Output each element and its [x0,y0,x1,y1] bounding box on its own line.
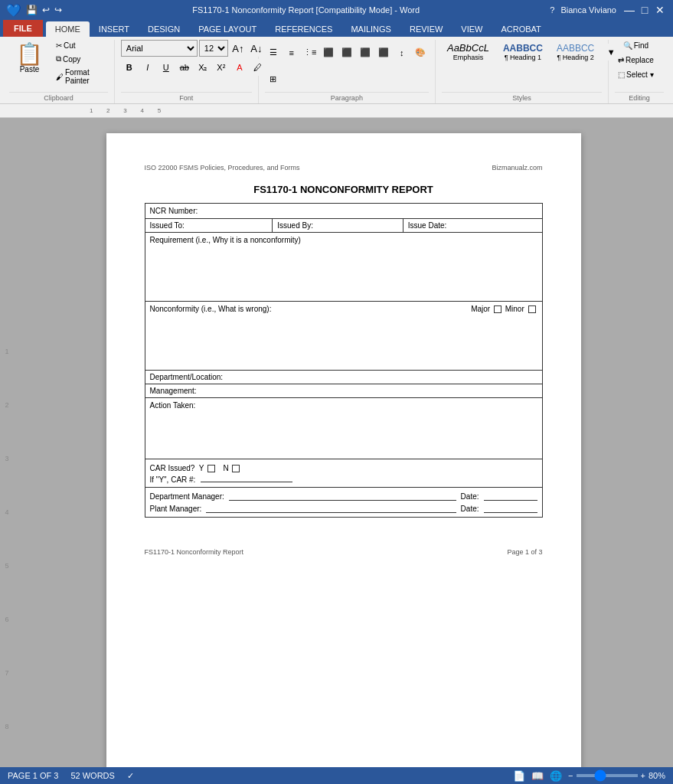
car-number-field[interactable] [201,482,292,482]
select-icon: ⬚ [618,70,625,79]
font-name-select[interactable]: Arial [121,40,198,57]
select-button[interactable]: ⬚ Select ▾ [615,69,657,80]
requirement-cell: Requirement (i.e., Why it is a nonconfor… [145,233,542,302]
quick-access-save[interactable]: 💾 [26,5,38,15]
read-view-button[interactable]: 📖 [531,770,544,782]
style-heading2[interactable]: AABBCC ¶ Heading 2 [551,41,599,64]
help-button[interactable]: ? [550,5,554,15]
editing-section: 🔍 Find ⇄ Replace ⬚ Select ▾ Editing [609,40,670,103]
text-color-button[interactable]: A [231,59,248,76]
print-view-button[interactable]: 📄 [513,770,525,782]
major-label: Major [471,305,490,313]
tab-design[interactable]: DESIGN [139,21,189,37]
date1-label: Date: [461,492,479,501]
underline-button[interactable]: U [158,59,175,76]
tab-references[interactable]: REFERENCES [266,21,341,37]
shading-button[interactable]: 🎨 [412,44,429,61]
dept-row: Department/Location: [145,371,542,384]
align-center-button[interactable]: ⬛ [338,44,355,61]
minor-label: Minor [505,305,524,313]
superscript-button[interactable]: X² [213,59,230,76]
clipboard-section: 📋 Paste ✂ Cut ⧉ Copy 🖌 Format Painter Cl… [3,40,115,103]
date1-field[interactable] [484,492,537,501]
subscript-button[interactable]: X₂ [194,59,211,76]
zoom-slider[interactable] [577,774,638,777]
font-row2: B I U ab X₂ X² A 🖊 [121,59,266,76]
status-bar: PAGE 1 OF 3 52 WORDS ✓ 📄 📖 🌐 − + 80% [0,767,673,784]
font-size-select[interactable]: 12 [199,40,228,57]
style-heading1[interactable]: AABBCC ¶ Heading 1 [498,41,548,64]
main-area: 1 2 3 4 5 6 7 8 ISO 22000 FSMS Policies,… [0,118,673,767]
multilevel-list-button[interactable]: ⋮≡ [302,44,319,61]
style-heading2-label: ¶ Heading 2 [557,54,593,61]
borders-button[interactable]: ⊞ [265,71,282,88]
numbered-list-button[interactable]: ≡ [283,44,300,61]
strikethrough-button[interactable]: ab [176,59,193,76]
margin-6: 6 [0,616,14,623]
car-n-checkbox[interactable] [232,465,240,472]
zoom-in-button[interactable]: + [641,771,645,780]
quick-access-redo[interactable]: ↪ [54,5,62,15]
paste-button[interactable]: 📋 Paste [9,40,50,77]
copy-button[interactable]: ⧉ Copy [53,53,108,65]
style-emphasis[interactable]: AaBbCcL Emphasis [442,40,495,64]
issued-by-cell: Issued By: [273,219,403,233]
tab-file[interactable]: FILE [3,20,43,37]
tab-view[interactable]: VIEW [452,21,492,37]
doc-header: ISO 22000 FSMS Policies, Procedures, and… [145,164,543,172]
find-button[interactable]: 🔍 Find [620,40,652,51]
tab-mailings[interactable]: MAILINGS [341,21,400,37]
quick-access-undo[interactable]: ↩ [42,5,50,15]
align-left-button[interactable]: ⬛ [320,44,337,61]
tab-home[interactable]: HOME [46,21,90,37]
word-icon: 💙 [6,3,21,18]
title-bar-left: 💙 💾 ↩ ↪ [6,3,62,18]
style-emphasis-sample: AaBbCcL [447,42,489,54]
cut-icon: ✂ [56,41,62,50]
margin-7: 7 [0,669,14,677]
bold-button[interactable]: B [121,59,138,76]
tab-insert[interactable]: INSERT [90,21,139,37]
align-right-button[interactable]: ⬛ [357,44,374,61]
car-section: CAR Issued? Y N If "Y", CAR #: [145,459,543,488]
style-emphasis-label: Emphasis [453,54,484,61]
font-section: Arial 12 A↑ A↓ B I U ab X₂ X² A 🖊 Font [115,40,259,103]
paste-label: Paste [20,65,40,74]
footer-right: Page 1 of 3 [507,548,542,556]
tab-acrobat[interactable]: ACROBAT [492,21,550,37]
italic-button[interactable]: I [139,59,156,76]
tab-review[interactable]: REVIEW [400,21,452,37]
tab-page-layout[interactable]: PAGE LAYOUT [189,21,266,37]
paragraph-label: Paragraph [265,92,429,103]
minimize-button[interactable]: — [622,3,636,17]
signature-section: Department Manager: Date: Plant Manager:… [145,488,543,518]
styles-row: AaBbCcL Emphasis AABBCC ¶ Heading 1 AABB… [442,40,619,64]
requirement-row: Requirement (i.e., Why it is a nonconfor… [145,233,542,302]
cut-button[interactable]: ✂ Cut [53,40,108,51]
font-grow-button[interactable]: A↑ [230,40,247,57]
margin-1: 1 [0,348,14,355]
maximize-button[interactable]: □ [638,3,652,17]
major-checkbox[interactable] [494,305,501,313]
close-button[interactable]: ✕ [653,3,667,17]
car-y-checkbox[interactable] [207,465,215,472]
doc-area[interactable]: ISO 22000 FSMS Policies, Procedures, and… [14,118,673,767]
date2-field[interactable] [484,504,537,513]
line-spacing-button[interactable]: ↕ [394,44,410,61]
plant-manager-field[interactable] [206,504,456,513]
select-label: Select ▾ [626,70,654,79]
web-view-button[interactable]: 🌐 [550,770,562,782]
zoom-out-button[interactable]: − [568,771,573,780]
dept-manager-field[interactable] [229,492,456,501]
replace-icon: ⇄ [618,56,624,64]
bullet-list-button[interactable]: ☰ [265,44,282,61]
justify-button[interactable]: ⬛ [375,44,392,61]
format-painter-button[interactable]: 🖌 Format Painter [53,67,108,87]
window-controls: — □ ✕ [622,3,667,17]
font-label: Font [121,92,252,103]
format-painter-icon: 🖌 [56,73,64,81]
user-name: Bianca Viviano [560,5,616,15]
replace-button[interactable]: ⇄ Replace [615,54,657,66]
format-painter-label: Format Painter [65,68,105,85]
minor-checkbox[interactable] [528,305,536,313]
